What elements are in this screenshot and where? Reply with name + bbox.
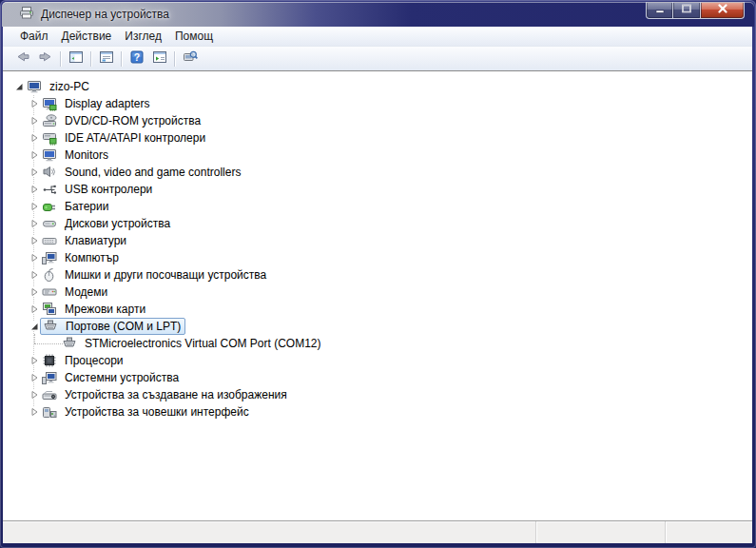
status-section-0 bbox=[3, 521, 535, 543]
tree-item[interactable]: Портове (COM и LPT) bbox=[3, 318, 752, 335]
close-icon bbox=[715, 1, 730, 20]
tree-item-label: Батерии bbox=[62, 199, 111, 214]
usb-icon bbox=[41, 182, 57, 197]
properties-button[interactable] bbox=[95, 49, 117, 69]
forward-button[interactable] bbox=[34, 49, 56, 69]
svg-text:?: ? bbox=[133, 51, 139, 63]
monitor-icon bbox=[41, 147, 57, 163]
tree-item[interactable]: Устройства за човешки интерфейс bbox=[3, 403, 752, 421]
window-title: Диспечер на устройства bbox=[41, 8, 169, 21]
expand-toggle-icon[interactable] bbox=[28, 266, 41, 284]
expand-toggle-icon[interactable] bbox=[28, 181, 41, 198]
tree-item-label: zizo-PC bbox=[47, 79, 92, 94]
tree-item-label: Sound, video and game controllers bbox=[62, 165, 243, 180]
menu-item-1[interactable]: Действие bbox=[55, 28, 119, 45]
imaging-device-icon bbox=[41, 387, 57, 402]
ide-controller-icon bbox=[41, 130, 57, 146]
tree-item-label: Клавиатури bbox=[62, 233, 129, 248]
tree-item[interactable]: STMicroelectronics Virtual COM Port (COM… bbox=[3, 335, 752, 352]
action-pane-icon bbox=[152, 49, 167, 68]
expand-toggle-icon[interactable] bbox=[12, 78, 26, 95]
tree-item[interactable]: Процесори bbox=[3, 352, 752, 369]
keyboard-icon bbox=[41, 233, 57, 248]
tree-item-label: Мрежови карти bbox=[62, 302, 148, 317]
minimize-button[interactable] bbox=[646, 2, 673, 19]
expand-toggle-icon[interactable] bbox=[28, 249, 41, 266]
tree-item[interactable]: Модеми bbox=[3, 284, 752, 301]
tree-item[interactable]: USB контролери bbox=[3, 181, 752, 198]
tree-item-label: Дискови устройства bbox=[62, 216, 173, 231]
arrow-left-icon bbox=[15, 49, 30, 68]
system-device-icon bbox=[41, 370, 57, 385]
expand-toggle-icon[interactable] bbox=[28, 112, 41, 129]
tree-item[interactable]: DVD/CD-ROM устройства bbox=[3, 112, 752, 129]
scan-hardware-changes-button[interactable] bbox=[179, 49, 201, 69]
tree-item-label: DVD/CD-ROM устройства bbox=[62, 113, 204, 128]
serial-port-icon bbox=[61, 336, 77, 351]
expand-toggle-icon[interactable] bbox=[28, 301, 41, 318]
twisty-slot bbox=[48, 335, 61, 352]
expand-toggle-icon[interactable] bbox=[28, 386, 41, 403]
tree-item-label: Системни устройства bbox=[62, 370, 182, 385]
tree-item[interactable]: Компютър bbox=[3, 249, 752, 266]
tree-item-label: STMicroelectronics Virtual COM Port (COM… bbox=[82, 336, 324, 351]
status-section-2 bbox=[665, 521, 752, 543]
device-tree: zizo-PCDisplay adaptersDVD/CD-ROM устрой… bbox=[3, 71, 752, 520]
close-button[interactable] bbox=[700, 2, 745, 19]
hid-device-icon bbox=[41, 404, 57, 420]
status-section-1 bbox=[535, 521, 665, 543]
battery-icon bbox=[41, 199, 57, 214]
scan-hardware-icon bbox=[183, 49, 198, 68]
action-pane-button[interactable] bbox=[148, 49, 170, 69]
expand-toggle-icon[interactable] bbox=[28, 95, 41, 112]
tree-item[interactable]: Мишки и други посочващи устройства bbox=[3, 266, 752, 284]
tree-item[interactable]: Дискови устройства bbox=[3, 215, 752, 232]
tree-item[interactable]: Системни устройства bbox=[3, 369, 752, 386]
status-bar bbox=[3, 520, 752, 543]
tree-item[interactable]: Monitors bbox=[3, 147, 752, 164]
expand-toggle-icon[interactable] bbox=[28, 352, 41, 369]
menu-item-0[interactable]: Файл bbox=[13, 28, 55, 45]
tree-item[interactable]: IDE ATA/ATAPI контролери bbox=[3, 129, 752, 147]
back-button[interactable] bbox=[11, 49, 33, 69]
tree-item[interactable]: Мрежови карти bbox=[3, 301, 752, 318]
expand-toggle-icon[interactable] bbox=[28, 129, 41, 147]
expand-toggle-icon[interactable] bbox=[28, 147, 41, 164]
title-bar[interactable]: Диспечер на устройства bbox=[2, 2, 754, 27]
help-button[interactable]: ? bbox=[126, 49, 147, 69]
menu-item-3[interactable]: Помощ bbox=[168, 28, 220, 45]
expand-toggle-icon[interactable] bbox=[28, 318, 41, 335]
toolbar: ? bbox=[3, 47, 752, 71]
expand-toggle-icon[interactable] bbox=[28, 369, 41, 386]
tree-item-label: Портове (COM и LPT) bbox=[63, 319, 184, 334]
tree-item-label: USB контролери bbox=[62, 182, 155, 197]
console-tree-icon bbox=[68, 49, 84, 68]
tree-item[interactable]: Sound, video and game controllers bbox=[3, 164, 752, 181]
expand-toggle-icon[interactable] bbox=[28, 284, 41, 301]
toolbar-separator bbox=[60, 51, 61, 67]
tree-item-label: IDE ATA/ATAPI контролери bbox=[62, 130, 208, 146]
expand-toggle-icon[interactable] bbox=[28, 164, 41, 181]
show-console-tree-button[interactable] bbox=[65, 49, 87, 69]
toolbar-separator bbox=[174, 51, 175, 67]
tree-item[interactable]: Устройства за създаване на изображения bbox=[3, 386, 752, 403]
expand-toggle-icon[interactable] bbox=[28, 232, 41, 249]
expand-toggle-icon[interactable] bbox=[28, 403, 41, 421]
maximize-icon bbox=[679, 1, 694, 20]
minimize-icon bbox=[652, 1, 668, 20]
selected-item-highlight: Портове (COM и LPT) bbox=[40, 318, 185, 335]
disk-drive-icon bbox=[41, 216, 57, 231]
tree-item[interactable]: Батерии bbox=[3, 198, 752, 215]
tree-item[interactable]: Клавиатури bbox=[3, 232, 752, 249]
tree-item[interactable]: zizo-PC bbox=[3, 78, 752, 95]
display-adapter-icon bbox=[41, 96, 57, 111]
expand-toggle-icon[interactable] bbox=[28, 198, 41, 215]
tree-item[interactable]: Display adapters bbox=[3, 95, 752, 112]
toolbar-separator bbox=[90, 51, 91, 67]
maximize-button[interactable] bbox=[673, 2, 700, 19]
tree-item-label: Процесори bbox=[62, 353, 126, 368]
menu-item-2[interactable]: Изглед bbox=[118, 28, 168, 45]
toolbar-separator bbox=[121, 51, 122, 67]
modem-icon bbox=[41, 284, 57, 300]
expand-toggle-icon[interactable] bbox=[28, 215, 41, 232]
